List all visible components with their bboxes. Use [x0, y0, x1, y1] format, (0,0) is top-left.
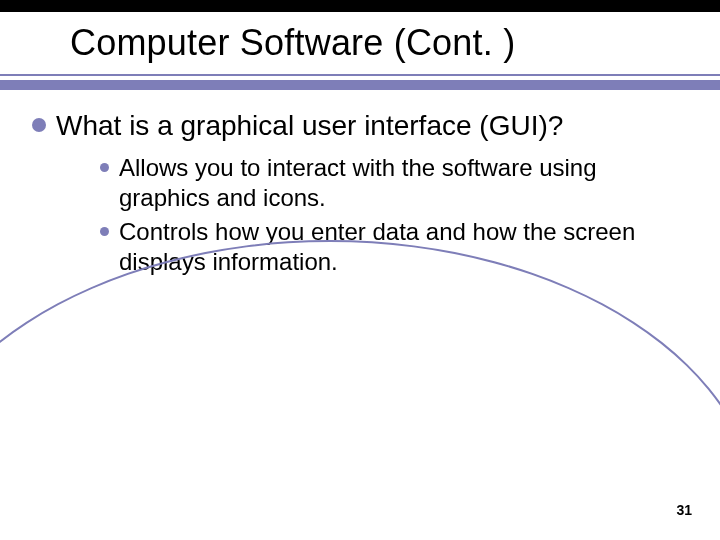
bullet-icon: [32, 118, 46, 132]
bullet-level2-text: Allows you to interact with the software…: [119, 153, 680, 213]
bullet-level2: Allows you to interact with the software…: [100, 153, 680, 213]
decorative-ellipse: [0, 240, 720, 540]
accent-bars: [0, 74, 720, 90]
bullet-level2-group: Allows you to interact with the software…: [100, 153, 680, 277]
slide: Computer Software (Cont. ) What is a gra…: [0, 0, 720, 540]
bullet-icon: [100, 227, 109, 236]
bullet-level1: What is a graphical user interface (GUI)…: [32, 108, 680, 143]
bullet-level2: Controls how you enter data and how the …: [100, 217, 680, 277]
top-black-bar: [0, 0, 720, 12]
content-area: What is a graphical user interface (GUI)…: [32, 108, 680, 281]
bullet-level1-text: What is a graphical user interface (GUI)…: [56, 108, 563, 143]
accent-thin-line: [0, 74, 720, 76]
bullet-icon: [100, 163, 109, 172]
accent-thick-line: [0, 80, 720, 90]
slide-title: Computer Software (Cont. ): [70, 22, 680, 64]
title-container: Computer Software (Cont. ): [70, 22, 680, 64]
bullet-level2-text: Controls how you enter data and how the …: [119, 217, 680, 277]
page-number: 31: [676, 502, 692, 518]
